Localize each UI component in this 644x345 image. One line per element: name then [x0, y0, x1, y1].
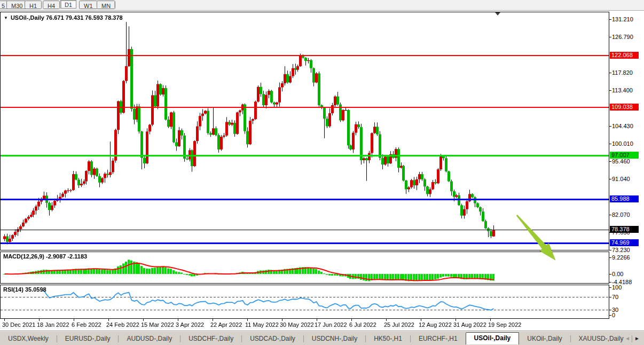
- symbol-tab-audusd-daily[interactable]: AUDUSD-,Daily: [119, 333, 180, 344]
- date-axis-tick: [178, 319, 178, 321]
- symbol-tab-eurusd-daily[interactable]: EURUSD-,Daily: [57, 333, 119, 344]
- price-axis-label: 117.820: [612, 69, 633, 76]
- horizontal-level-line[interactable]: [1, 55, 609, 56]
- macd-axis-tick: [609, 257, 611, 258]
- price-axis-tick: [609, 215, 611, 215]
- price-axis-tick: [609, 144, 611, 144]
- symbol-tab-eurchf-h1[interactable]: EURCHF-,H1: [411, 333, 466, 344]
- price-axis-tick: [609, 19, 611, 20]
- price-axis-label: 113.400: [612, 87, 633, 93]
- date-axis-tick: [247, 319, 248, 321]
- date-axis-label: 30 Dec 2021: [2, 322, 35, 328]
- trading-platform-window: 5 M30 H1 H4 D1 W1 MN 122.068109.03897.00…: [0, 0, 644, 345]
- price-axis-label: 100.010: [612, 140, 633, 147]
- date-axis-label: 30 May 2022: [280, 322, 314, 328]
- rsi-axis-tick: [609, 315, 611, 316]
- rsi-axis-label: 100: [612, 284, 622, 291]
- date-axis-label: 11 May 2022: [245, 322, 279, 328]
- price-axis-label: 82.070: [612, 211, 630, 218]
- date-axis-tick: [317, 319, 317, 321]
- date-axis-label: 25 Jul 2022: [384, 322, 414, 328]
- price-level-badge: 109.038: [610, 104, 639, 111]
- symbol-tab-hk50-h1[interactable]: HK50-,H1: [366, 333, 410, 344]
- price-axis-tick: [609, 250, 611, 250]
- date-axis-tick: [455, 319, 456, 321]
- price-axis-tick: [609, 161, 611, 162]
- symbol-tab-usdcad-daily[interactable]: USDCAD-,Daily: [242, 333, 303, 344]
- macd-axis-tick: [609, 274, 611, 275]
- symbol-tab-xauusd-daily[interactable]: XAUUSD-,Daily: [571, 333, 632, 344]
- date-axis-label: 18 Jan 2022: [37, 322, 69, 328]
- date-axis-label: 17 Jun 2022: [315, 322, 347, 328]
- horizontal-level-line[interactable]: [1, 107, 609, 108]
- collapse-icon[interactable]: ▼: [4, 15, 8, 20]
- date-axis-label: 3 Apr 2022: [176, 322, 204, 328]
- date-axis-tick: [213, 319, 213, 321]
- price-axis-label: 91.040: [612, 176, 630, 182]
- price-level-badge: 78.378: [610, 226, 639, 233]
- date-axis-tick: [74, 319, 74, 321]
- rsi-axis-label: 0: [612, 312, 615, 318]
- date-axis-tick: [421, 319, 421, 321]
- horizontal-level-line[interactable]: [1, 155, 609, 156]
- rsi-axis-tick: [609, 297, 611, 297]
- rsi-axis-tick: [609, 310, 611, 310]
- symbol-tab-usoil-daily[interactable]: USOil-,Daily: [466, 332, 520, 344]
- macd-indicator-label: MACD(12,26,9) -2.9087 -2.1183: [3, 253, 87, 260]
- date-axis-tick: [351, 319, 352, 321]
- tab-scroll-left-icon[interactable]: ◄: [625, 335, 630, 342]
- rsi-axis-label: 70: [612, 294, 618, 300]
- price-axis-tick: [609, 90, 611, 91]
- price-axis-label: 104.430: [612, 123, 633, 129]
- date-axis-label: 15 Mar 2022: [141, 322, 174, 328]
- chart-title: ▼USOil-,Daily 76.671 79.431 76.593 78.37…: [4, 14, 123, 21]
- chart-canvas[interactable]: [0, 0, 609, 345]
- price-axis-tick: [609, 179, 611, 179]
- date-axis-tick: [386, 319, 387, 321]
- date-axis-tick: [108, 319, 109, 321]
- chart-shift-marker-icon[interactable]: [495, 12, 500, 15]
- price-axis-label: 95.460: [612, 158, 630, 164]
- date-axis-tick: [490, 319, 491, 321]
- date-axis-label: 24 Feb 2022: [106, 322, 139, 328]
- price-level-badge: 74.969: [610, 239, 639, 246]
- price-axis-label: 126.790: [612, 34, 633, 40]
- price-axis-tick: [609, 126, 611, 127]
- date-axis-label: 6 Jul 2022: [349, 322, 376, 328]
- symbol-tab-ukoil-daily[interactable]: UKOil-,Daily: [519, 333, 570, 344]
- price-axis-tick: [609, 73, 611, 73]
- symbol-tab-usdx-weekly[interactable]: USDX,Weekly: [0, 333, 57, 344]
- horizontal-level-line[interactable]: [1, 242, 609, 244]
- date-axis-tick: [39, 319, 40, 321]
- macd-axis-label: 0.00: [612, 271, 623, 277]
- rsi-indicator-label: RSI(14) 35.0598: [3, 286, 46, 293]
- horizontal-level-line[interactable]: [1, 199, 609, 200]
- rsi-axis-tick: [609, 287, 611, 288]
- price-level-badge: 85.988: [610, 195, 639, 202]
- symbol-tab-usdcnh-daily[interactable]: USDCNH-,Daily: [304, 333, 365, 344]
- date-axis-tick: [282, 319, 282, 321]
- price-level-badge: 97.007: [610, 152, 639, 159]
- date-axis-label: 6 Feb 2022: [72, 322, 101, 328]
- symbol-tab-usdchf-daily[interactable]: USDCHF-,Daily: [180, 333, 241, 344]
- tab-separator: [632, 335, 632, 342]
- price-level-badge: 122.068: [610, 52, 639, 59]
- price-axis-tick: [609, 37, 611, 37]
- date-axis-label: 22 Apr 2022: [210, 322, 242, 328]
- horizontal-level-line[interactable]: [1, 230, 609, 230]
- date-axis-tick: [4, 319, 5, 321]
- date-axis-tick: [143, 319, 144, 321]
- chart-title-text: USOil-,Daily 76.671 79.431 76.593 78.378: [11, 14, 123, 21]
- date-axis-label: 31 Aug 2022: [453, 322, 486, 328]
- tab-scroll-right-icon[interactable]: ►: [634, 335, 640, 342]
- macd-axis-label: 9.2266: [612, 254, 630, 261]
- macd-axis-tick: [609, 282, 611, 283]
- date-axis-label: 19 Sep 2022: [488, 322, 521, 328]
- price-axis-label: 131.210: [612, 16, 633, 22]
- symbol-tab-bar: USDX,WeeklyEURUSD-,DailyAUDUSD-,DailyUSD…: [0, 331, 644, 345]
- price-axis-label: 73.230: [612, 247, 630, 253]
- date-axis-label: 12 Aug 2022: [419, 322, 452, 328]
